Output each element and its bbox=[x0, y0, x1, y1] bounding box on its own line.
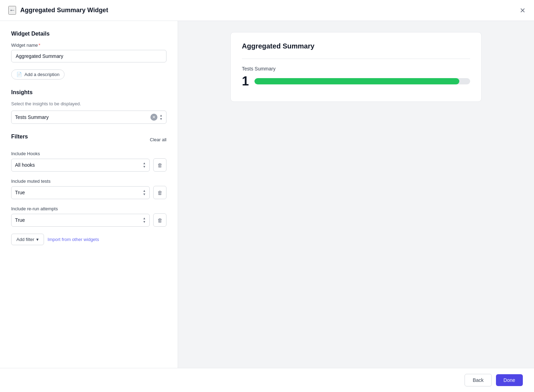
include-hooks-group: Include Hooks All hooks ▲ ▼ 🗑 bbox=[11, 151, 166, 172]
include-hooks-select[interactable]: All hooks ▲ ▼ bbox=[11, 159, 150, 172]
include-hooks-row: All hooks ▲ ▼ 🗑 bbox=[11, 158, 166, 172]
preview-divider bbox=[242, 59, 470, 59]
add-description-label: Add a description bbox=[24, 72, 59, 77]
trash-icon-2: 🗑 bbox=[157, 190, 163, 196]
insights-section: Insights Select the insights to be displ… bbox=[11, 89, 166, 124]
tests-summary-label: Tests Summary bbox=[242, 66, 470, 71]
include-rerun-select[interactable]: True ▲ ▼ bbox=[11, 214, 150, 227]
dialog-header: ← Aggregated Summary Widget ✕ bbox=[0, 0, 534, 21]
header-left: ← Aggregated Summary Widget bbox=[8, 6, 108, 15]
right-panel: Aggregated Summary Tests Summary 1 bbox=[178, 21, 534, 368]
chevron-down-icon: ▾ bbox=[36, 237, 39, 242]
include-muted-value: True bbox=[15, 190, 143, 195]
back-arrow-button[interactable]: ← bbox=[8, 6, 16, 15]
footer-back-button[interactable]: Back bbox=[465, 374, 491, 386]
insights-select[interactable]: Tests Summary ✕ ▲ ▼ bbox=[11, 111, 166, 124]
include-hooks-label: Include Hooks bbox=[11, 151, 166, 156]
footer-done-button[interactable]: Done bbox=[496, 374, 523, 386]
widget-preview-card: Aggregated Summary Tests Summary 1 bbox=[230, 32, 482, 102]
rerun-chevron[interactable]: ▲ ▼ bbox=[143, 217, 146, 224]
tests-summary-row: 1 bbox=[242, 75, 470, 88]
include-muted-row: True ▲ ▼ 🗑 bbox=[11, 186, 166, 199]
include-rerun-row: True ▲ ▼ 🗑 bbox=[11, 213, 166, 227]
insights-value: Tests Summary bbox=[15, 114, 150, 120]
progress-bar-fill bbox=[254, 78, 459, 84]
filters-header: Filters Clear all bbox=[11, 134, 166, 145]
main-content: Widget Details Widget name* 📄 Add a desc… bbox=[0, 21, 534, 368]
filters-section: Filters Clear all Include Hooks All hook… bbox=[11, 134, 166, 245]
widget-name-group: Widget name* bbox=[11, 43, 166, 62]
summary-number: 1 bbox=[242, 75, 249, 88]
include-muted-label: Include muted tests bbox=[11, 179, 166, 184]
close-button[interactable]: ✕ bbox=[520, 7, 526, 14]
left-panel: Widget Details Widget name* 📄 Add a desc… bbox=[0, 21, 178, 368]
trash-icon: 🗑 bbox=[157, 162, 163, 168]
dialog-title: Aggregated Summary Widget bbox=[20, 7, 108, 14]
filters-title: Filters bbox=[11, 134, 28, 140]
delete-hooks-button[interactable]: 🗑 bbox=[153, 158, 166, 172]
import-button[interactable]: Import from other widgets bbox=[47, 237, 99, 242]
hooks-chevron[interactable]: ▲ ▼ bbox=[143, 162, 146, 168]
add-filter-button[interactable]: Add filter ▾ bbox=[11, 234, 44, 245]
widget-details-title: Widget Details bbox=[11, 31, 166, 37]
include-rerun-label: Include re-run attempts bbox=[11, 206, 166, 211]
clear-all-button[interactable]: Clear all bbox=[150, 137, 166, 142]
progress-bar bbox=[254, 78, 470, 84]
insights-chevron[interactable]: ▲ ▼ bbox=[160, 114, 163, 121]
filter-actions: Add filter ▾ Import from other widgets bbox=[11, 234, 166, 245]
add-description-button[interactable]: 📄 Add a description bbox=[11, 69, 65, 80]
widget-name-label: Widget name* bbox=[11, 43, 166, 48]
delete-muted-button[interactable]: 🗑 bbox=[153, 186, 166, 199]
widget-name-input[interactable] bbox=[11, 50, 166, 62]
include-rerun-group: Include re-run attempts True ▲ ▼ 🗑 bbox=[11, 206, 166, 227]
footer: Back Done bbox=[0, 368, 534, 392]
delete-rerun-button[interactable]: 🗑 bbox=[153, 213, 166, 227]
muted-chevron[interactable]: ▲ ▼ bbox=[143, 189, 146, 196]
include-muted-group: Include muted tests True ▲ ▼ 🗑 bbox=[11, 179, 166, 199]
insights-subtitle: Select the insights to be displayed. bbox=[11, 101, 166, 106]
required-indicator: * bbox=[39, 43, 40, 48]
trash-icon-3: 🗑 bbox=[157, 217, 163, 223]
insights-clear-button[interactable]: ✕ bbox=[150, 114, 157, 121]
add-filter-label: Add filter bbox=[16, 237, 34, 242]
include-rerun-value: True bbox=[15, 217, 143, 223]
document-icon: 📄 bbox=[16, 72, 22, 77]
include-hooks-value: All hooks bbox=[15, 162, 143, 168]
include-muted-select[interactable]: True ▲ ▼ bbox=[11, 186, 150, 199]
preview-title: Aggregated Summary bbox=[242, 42, 470, 50]
insights-title: Insights bbox=[11, 89, 166, 96]
